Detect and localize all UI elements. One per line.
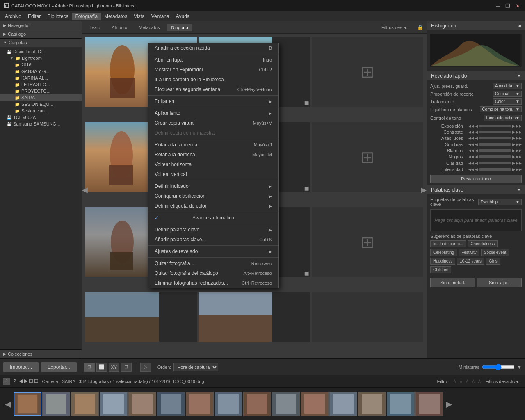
grid-view-icon[interactable]: ⊞ — [84, 363, 95, 372]
contrast-slider[interactable] — [479, 131, 511, 133]
vibrance-slider[interactable] — [479, 168, 511, 171]
kw-tag-3[interactable]: Festivity — [459, 249, 479, 256]
keyword-input[interactable]: Escribir p... ▼ — [478, 199, 522, 205]
filmstrip-thumb-15[interactable] — [415, 392, 443, 416]
loupe-view-icon[interactable]: ⬜ — [96, 363, 107, 372]
panel-left-arrow[interactable]: ◀ — [82, 185, 88, 194]
filmstrip-thumb-14[interactable] — [387, 392, 415, 416]
folder-tcl[interactable]: 💾 TCL 9002A — [0, 114, 82, 121]
highlights-inc-fast[interactable]: ▶▶ — [516, 136, 522, 140]
filmstrip-left-arrow[interactable]: ◀ — [3, 399, 13, 409]
blacks-dec-fast[interactable]: ◀◀ — [468, 155, 474, 159]
dd-delete-rejected[interactable]: Eliminar fotografías rechazadas... Ctrl+… — [148, 278, 278, 288]
dd-open-loupe[interactable]: Abrir en lupa Intro — [148, 55, 278, 65]
dd-lock-second-window[interactable]: Bloquear en segunda ventana Ctrl+Mayús+I… — [148, 84, 278, 94]
restore-all-button[interactable]: Restaurar todo — [430, 175, 522, 183]
kw-tag-5[interactable]: Happiness — [430, 258, 455, 265]
dd-define-keyword[interactable]: Definir palabra clave ▶ — [148, 225, 278, 235]
folder-sesion-equ[interactable]: 📁 SESION EQU... — [0, 101, 82, 107]
clarity-inc[interactable]: ▶ — [512, 161, 515, 165]
shadows-slider[interactable] — [479, 143, 511, 146]
menu-ayuda[interactable]: Ayuda — [173, 13, 193, 20]
import-button[interactable]: Importar... — [3, 362, 39, 372]
size-dropdown-icon[interactable]: ▼ — [517, 365, 522, 370]
filter-tab-atributo[interactable]: Atributo — [107, 24, 131, 31]
whites-inc[interactable]: ▶ — [512, 148, 515, 153]
dd-develop-settings[interactable]: Ajustes de revelado ▶ — [148, 247, 278, 256]
filmstrip-thumb-9[interactable] — [243, 392, 271, 416]
menu-biblioteca[interactable]: Biblioteca — [44, 13, 72, 20]
menu-editar[interactable]: Editar — [25, 13, 44, 20]
menu-fotografia[interactable]: Fotografía — [72, 13, 101, 20]
shadows-inc[interactable]: ▶ — [512, 142, 515, 146]
folder-karina[interactable]: 📁 KARINA AL... — [0, 75, 82, 81]
kw-tag-6[interactable]: 10-12 years — [457, 258, 484, 265]
sort-select[interactable]: Hora de captura — [173, 363, 218, 371]
minimize-button[interactable]: ─ — [494, 2, 502, 10]
kw-tag-1[interactable]: Cheerfulness — [468, 240, 498, 247]
kw-tag-0[interactable]: fiesta de cump... — [430, 240, 466, 247]
survey-view-icon[interactable]: ⊟ — [121, 363, 132, 372]
highlights-inc[interactable]: ▶ — [512, 136, 515, 140]
filter-tab-metadatos[interactable]: Metadatos — [135, 24, 164, 31]
menu-vista[interactable]: Vista — [130, 13, 148, 20]
dd-create-virtual-copy[interactable]: Crear copia virtual Mayús+V — [148, 118, 278, 128]
blacks-slider[interactable] — [479, 155, 511, 158]
compare-view-icon[interactable]: XY — [109, 363, 119, 372]
dd-show-explorer[interactable]: Mostrar en Explorador Ctrl+R — [148, 65, 278, 75]
treatment-dropdown[interactable]: Color ▼ — [493, 98, 522, 105]
whites-dec[interactable]: ◀ — [475, 148, 478, 153]
crop-dropdown[interactable]: Original ▼ — [493, 91, 522, 97]
dd-define-color-label[interactable]: Definir etiqueta de color ▶ — [148, 201, 278, 211]
star-filter[interactable]: ☆ ☆ ☆ ☆ ☆ — [453, 379, 482, 384]
contrast-dec[interactable]: ◀ — [475, 130, 478, 134]
folder-proyecto[interactable]: 📁 PROYECTO... — [0, 88, 82, 94]
folder-saira[interactable]: 📁 SAIRA — [0, 94, 82, 101]
folder-samsung[interactable]: 💾 Samsung SAMSUNG... — [0, 121, 82, 127]
exposure-dec[interactable]: ◀ — [475, 124, 478, 128]
photo-cell-11[interactable] — [199, 292, 310, 342]
vibrance-dec-fast[interactable]: ◀◀ — [468, 167, 474, 171]
dd-auto-advance[interactable]: ✓ Avance automático — [148, 213, 278, 223]
keywords-header[interactable]: Palabras clave ▼ — [427, 185, 525, 194]
photo-cell-9[interactable]: ⊞ — [312, 207, 423, 277]
photo-cell-3[interactable]: ⊞ — [312, 37, 423, 107]
dd-go-library-folder[interactable]: Ir a una carpeta de la Biblioteca — [148, 75, 278, 84]
export-button[interactable]: Exportar... — [41, 362, 77, 372]
whites-slider[interactable] — [479, 149, 511, 152]
exposure-inc-fast[interactable]: ▶▶ — [516, 124, 522, 128]
sync-adj-button[interactable]: Sinc. ajus. — [477, 278, 522, 287]
filmstrip-thumb-11[interactable] — [301, 392, 329, 416]
settings-dropdown[interactable]: A medida ▼ — [493, 83, 522, 89]
whites-inc-fast[interactable]: ▶▶ — [516, 148, 522, 153]
menu-ventana[interactable]: Ventana — [148, 13, 173, 20]
filmstrip-thumb-4[interactable] — [100, 392, 128, 416]
folder-letras[interactable]: 📁 LETRAS LO... — [0, 81, 82, 88]
filmstrip-thumb-10[interactable] — [272, 392, 300, 416]
shadows-dec-fast[interactable]: ◀◀ — [468, 142, 474, 146]
filter-status[interactable]: Filtros desactiva... — [485, 379, 522, 384]
dd-stacking[interactable]: Apilamiento ▶ — [148, 108, 278, 118]
folder-disk-c[interactable]: 💾 Disco local (C:) — [0, 48, 82, 55]
filmstrip-thumb-2[interactable] — [42, 392, 70, 416]
filter-lock-icon[interactable]: 🔒 — [417, 25, 423, 30]
nav-prev-icon[interactable]: ◀ — [19, 378, 23, 385]
histogram-header[interactable]: Histograma ◀ — [427, 21, 525, 30]
kw-tag-4[interactable]: Social event — [481, 249, 509, 256]
photo-cell-6[interactable]: ⊞ — [312, 122, 423, 192]
filmstrip-thumb-7[interactable] — [186, 392, 214, 416]
dd-flip-vertical[interactable]: Voltear vertical — [148, 169, 278, 179]
folders-header[interactable]: ▼ Carpetas — [0, 39, 82, 47]
clarity-slider[interactable] — [479, 162, 511, 164]
dd-add-keywords[interactable]: Añadir palabras clave... Ctrl+K — [148, 235, 278, 244]
clarity-dec-fast[interactable]: ◀◀ — [468, 161, 474, 165]
photo-cell-12[interactable] — [312, 292, 423, 342]
contrast-dec-fast[interactable]: ◀◀ — [468, 130, 474, 134]
kw-tag-2[interactable]: Celebrating — [430, 249, 457, 256]
exposure-dec-fast[interactable]: ◀◀ — [468, 124, 474, 128]
wb-dropdown[interactable]: Como se ha tom... ▼ — [480, 106, 522, 112]
shadows-dec[interactable]: ◀ — [475, 142, 478, 146]
filter-tab-ninguno[interactable]: Ninguno — [167, 24, 192, 31]
kw-tag-7[interactable]: Girls — [486, 258, 500, 265]
filmstrip-thumb-6[interactable] — [157, 392, 185, 416]
